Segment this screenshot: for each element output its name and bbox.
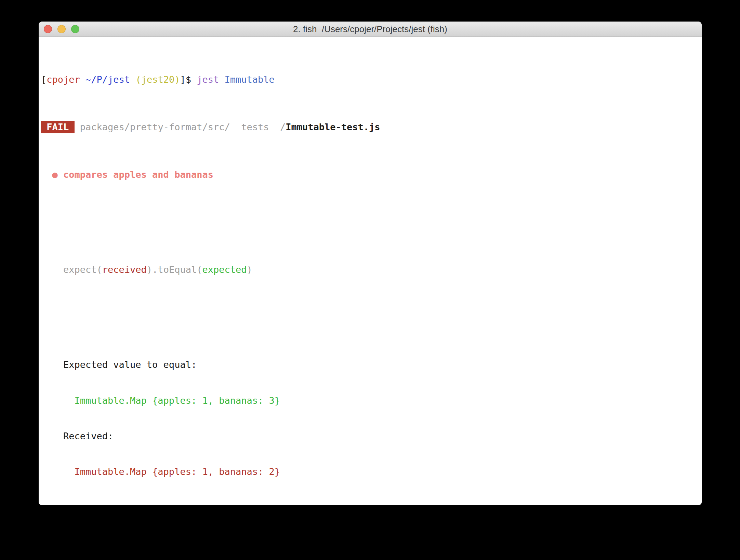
seg: ): [247, 264, 252, 275]
seg: expect(: [41, 264, 102, 275]
seg: [219, 74, 224, 85]
fail-badge: FAIL: [41, 121, 75, 133]
prompt-symbol: ]$: [180, 74, 197, 85]
expected-label-line: Expected value to equal:: [41, 359, 702, 371]
zoom-button-icon[interactable]: [71, 25, 79, 33]
prompt-branch: (jest20): [135, 74, 180, 85]
seg: ).toEqual(: [147, 264, 202, 275]
received-keyword: received: [102, 264, 147, 275]
command-arg: Immutable: [225, 74, 275, 85]
close-button-icon[interactable]: [44, 25, 52, 33]
received-label-line: Received:: [41, 430, 702, 442]
assertion-line: expect(received).toEqual(expected): [41, 264, 702, 276]
titlebar[interactable]: 2. fish /Users/cpojer/Projects/jest (fis…: [39, 22, 702, 37]
minimize-button-icon[interactable]: [57, 25, 66, 33]
seg: [80, 74, 85, 85]
received-value: Immutable.Map {apples: 1, bananas: 2}: [41, 466, 280, 477]
received-value-line: Immutable.Map {apples: 1, bananas: 2}: [41, 466, 702, 478]
failed-test-title: ● compares apples and bananas: [52, 169, 213, 180]
test-title-line: ● compares apples and bananas: [41, 169, 702, 181]
window-title: 2. fish /Users/cpojer/Projects/jest (fis…: [293, 24, 447, 35]
command-name: jest: [197, 74, 219, 85]
terminal-line-blank: [41, 216, 702, 228]
seg: [41, 169, 52, 180]
seg: [130, 74, 135, 85]
prompt-line: [cpojer ~/P/jest (jest20)]$ jest Immutab…: [41, 74, 702, 86]
prompt-path: ~/P/jest: [85, 74, 130, 85]
seg: Received:: [41, 431, 113, 441]
terminal-window: 2. fish /Users/cpojer/Projects/jest (fis…: [39, 22, 702, 505]
terminal-line-blank: [41, 311, 702, 323]
prompt-bracket: [: [41, 74, 47, 85]
prompt-user: cpojer: [47, 74, 80, 85]
expected-value: Immutable.Map {apples: 1, bananas: 3}: [41, 395, 280, 406]
expected-keyword: expected: [202, 264, 247, 275]
test-file-name: Immutable-test.js: [286, 122, 380, 132]
seg: [75, 122, 80, 132]
seg: Expected value to equal:: [41, 359, 197, 370]
expected-value-line: Immutable.Map {apples: 1, bananas: 3}: [41, 395, 702, 407]
traffic-lights: [44, 25, 79, 33]
fail-summary-line: FAIL packages/pretty-format/src/__tests_…: [41, 121, 702, 133]
terminal-content[interactable]: [cpojer ~/P/jest (jest20)]$ jest Immutab…: [39, 37, 702, 505]
test-file-path: packages/pretty-format/src/__tests__/: [80, 122, 286, 132]
